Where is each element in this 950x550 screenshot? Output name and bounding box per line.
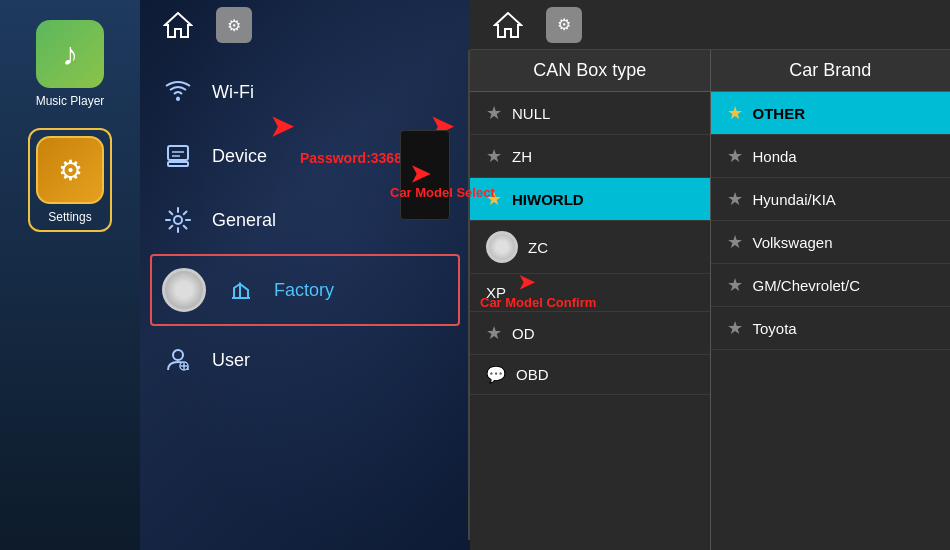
zc-toggle[interactable] [486,231,518,263]
gm-label: GM/Chevrolet/C [753,277,861,294]
other-star: ★ [727,102,743,124]
main-top-bar: ⚙ [140,0,470,50]
can-hiworld-item[interactable]: ★ HIWORLD [470,178,710,221]
home-button[interactable] [160,7,196,43]
zc-label: ZC [528,239,548,256]
car-model-select-label: Car Model Select [390,185,495,200]
right-panel-wrapper: ➤ Car Model Select ➤ Car Model Confirm ⚙… [470,0,950,550]
settings-app[interactable]: ⚙ Settings [28,128,112,232]
menu-item-factory[interactable]: Factory [150,254,460,326]
svg-point-8 [173,350,183,360]
obd-icon: 💬 [486,365,506,384]
device-icon [160,138,196,174]
settings-quick-button[interactable]: ⚙ [216,7,252,43]
od-star: ★ [486,322,502,344]
device-label: Device [212,146,267,167]
honda-label: Honda [753,148,797,165]
zh-label: ZH [512,148,532,165]
brand-toyota-item[interactable]: ★ Toyota [711,307,951,350]
brand-volkswagen-item[interactable]: ★ Volkswagen [711,221,951,264]
menu-list: Wi-Fi Device General [140,50,470,402]
can-null-item[interactable]: ★ NULL [470,92,710,135]
right-top-bar: ⚙ [470,0,950,50]
hyundai-star: ★ [727,188,743,210]
null-label: NULL [512,105,550,122]
car-brand-column: Car Brand ★ OTHER ★ Honda ★ Hyundai/KIA … [711,50,951,550]
can-zh-item[interactable]: ★ ZH [470,135,710,178]
main-panel: ⚙ ➤ ➤ Password:3368 Wi-Fi [140,0,470,550]
gm-star: ★ [727,274,743,296]
general-icon [160,202,196,238]
car-brand-header: Car Brand [711,50,951,92]
right-settings-button[interactable]: ⚙ [546,7,582,43]
car-model-select-arrow: ➤ [410,160,430,188]
brand-gm-item[interactable]: ★ GM/Chevrolet/C [711,264,951,307]
zh-star: ★ [486,145,502,167]
music-player-label: Music Player [36,94,105,108]
brand-honda-item[interactable]: ★ Honda [711,135,951,178]
factory-toggle[interactable] [162,268,206,312]
null-star: ★ [486,102,502,124]
svg-point-1 [176,97,180,101]
car-model-confirm-arrow: ➤ [518,270,535,294]
od-label: OD [512,325,535,342]
svg-rect-2 [168,146,188,160]
hiworld-label: HIWORLD [512,191,584,208]
obd-label: OBD [516,366,549,383]
user-label: User [212,350,250,371]
sidebar: ♪ Music Player ⚙ Settings [0,0,140,550]
vw-star: ★ [727,231,743,253]
svg-marker-0 [165,13,191,37]
music-player-app[interactable]: ♪ Music Player [36,20,105,108]
can-od-item[interactable]: ★ OD [470,312,710,355]
honda-star: ★ [727,145,743,167]
settings-icon: ⚙ [36,136,104,204]
factory-icon [222,272,258,308]
factory-label: Factory [274,280,334,301]
svg-rect-5 [168,162,188,166]
menu-item-wifi[interactable]: Wi-Fi [140,60,470,124]
brand-other-item[interactable]: ★ OTHER [711,92,951,135]
svg-marker-12 [495,13,521,37]
settings-label: Settings [48,210,91,224]
vw-label: Volkswagen [753,234,833,251]
car-model-confirm-label: Car Model Confirm [480,295,596,310]
music-player-icon: ♪ [36,20,104,88]
toyota-star: ★ [727,317,743,339]
wifi-label: Wi-Fi [212,82,254,103]
brand-hyundai-item[interactable]: ★ Hyundai/KIA [711,178,951,221]
user-icon [160,342,196,378]
right-home-button[interactable] [490,7,526,43]
svg-point-6 [174,216,182,224]
right-panel: ⚙ CAN Box type ★ NULL ★ ZH ★ HIWORLD [470,0,950,550]
toyota-label: Toyota [753,320,797,337]
hyundai-label: Hyundai/KIA [753,191,836,208]
wifi-icon [160,74,196,110]
menu-item-user[interactable]: User [140,328,470,392]
can-obd-item[interactable]: 💬 OBD [470,355,710,395]
general-label: General [212,210,276,231]
other-label: OTHER [753,105,806,122]
can-box-header: CAN Box type [470,50,710,92]
can-zc-item[interactable]: ZC [470,221,710,274]
